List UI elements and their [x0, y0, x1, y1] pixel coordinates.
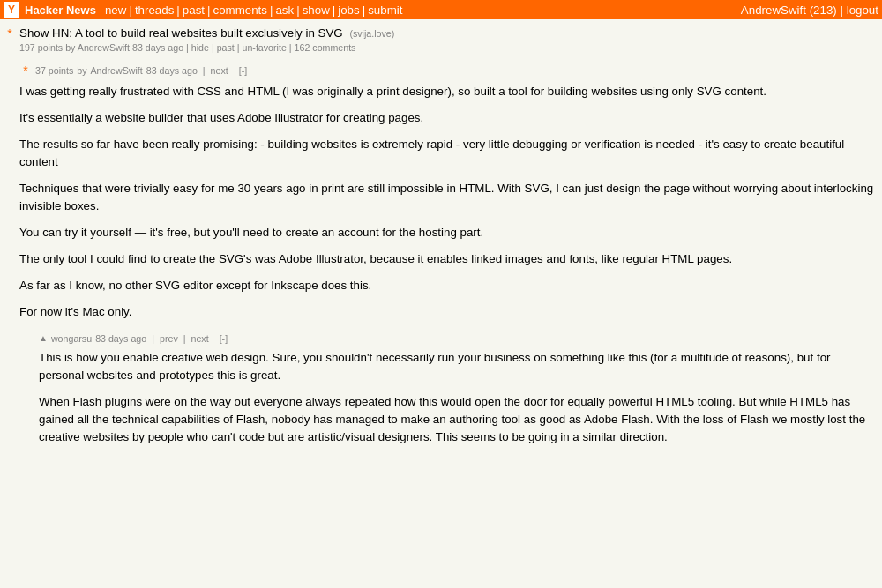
top-comment-sep1: | [203, 65, 206, 76]
user-karma: 213 [813, 4, 833, 17]
user-info: AndrewSwift (213) | logout [741, 4, 878, 17]
story-author[interactable]: AndrewSwift [78, 42, 130, 53]
nav-ask[interactable]: ask [275, 4, 294, 17]
site-title[interactable]: Hacker News [25, 4, 96, 17]
hn-logo[interactable]: Y [4, 2, 19, 18]
nested-comment-sep2: | [183, 333, 186, 344]
top-comment-time: 83 days ago [146, 65, 198, 76]
nav-jobs[interactable]: jobs [338, 4, 359, 17]
top-comment-text: I was getting really frustrated with CSS… [19, 83, 878, 321]
nav-sep-6: | [333, 4, 335, 17]
nested-comment-p1: This is how you enable creative web desi… [39, 349, 878, 384]
story-unfavorite[interactable]: un-favorite [243, 42, 287, 53]
nav-comments[interactable]: comments [213, 4, 266, 17]
top-comment-next[interactable]: next [211, 65, 228, 76]
nested-comment-toggle[interactable]: [-] [220, 333, 228, 344]
nav-threads[interactable]: threads [135, 4, 174, 17]
top-comment-p4: Techniques that were trivially easy for … [19, 180, 878, 215]
main-content: * Show HN: A tool to build real websites… [0, 19, 882, 453]
story-time-val: 83 days ago [132, 42, 183, 53]
nested-comment-time: 83 days ago [95, 333, 146, 344]
top-comment-meta: * 37 points by AndrewSwift 83 days ago |… [19, 63, 878, 78]
story-domain: (svija.love) [349, 28, 394, 39]
nav-sep-2: | [176, 4, 179, 17]
nested-comment-sep1: | [152, 333, 154, 344]
nested-comment-text: This is how you enable creative web desi… [39, 349, 878, 446]
story-past[interactable]: past [217, 42, 235, 53]
top-comment-p1: I was getting really frustrated with CSS… [19, 83, 878, 100]
nested-comment-meta: ▲ wongarsu 83 days ago | prev | next [-] [39, 333, 878, 344]
top-comment-p2: It's essentially a website builder that … [19, 109, 878, 127]
top-comment: * 37 points by AndrewSwift 83 days ago |… [19, 63, 878, 321]
header-sep: | [841, 4, 847, 17]
story-title-link[interactable]: Show HN: A tool to build real websites b… [19, 26, 343, 40]
nav-new[interactable]: new [105, 4, 126, 17]
story-meta: 197 points by AndrewSwift 83 days ago | … [19, 42, 878, 53]
top-comment-author[interactable]: AndrewSwift [91, 65, 143, 76]
story-row: * Show HN: A tool to build real websites… [4, 26, 878, 41]
username: AndrewSwift [741, 4, 806, 17]
nav-sep-5: | [296, 4, 299, 17]
top-comment-p6: The only tool I could find to create the… [19, 250, 878, 268]
top-comment-p8: For now it's Mac only. [19, 303, 878, 321]
nav-links: new | threads | past | comments | ask | … [105, 4, 402, 17]
story-comments-link[interactable]: 162 comments [295, 42, 356, 53]
nav-submit[interactable]: submit [368, 4, 402, 17]
logout-link[interactable]: logout [847, 4, 878, 17]
story-points: 197 points [19, 42, 63, 53]
nested-comment: ▲ wongarsu 83 days ago | prev | next [-]… [39, 333, 878, 446]
story-hide[interactable]: hide [191, 42, 209, 53]
top-comment-p7: As far as I know, no other SVG editor ex… [19, 277, 878, 294]
top-comment-p5: You can try it yourself — it's free, but… [19, 224, 878, 242]
nested-vote-icon[interactable]: ▲ [39, 333, 48, 343]
nested-comment-author[interactable]: wongarsu [51, 333, 92, 344]
header: Y Hacker News new | threads | past | com… [0, 0, 882, 19]
top-comment-p3: The results so far have been really prom… [19, 136, 878, 171]
top-comment-vote[interactable]: * [19, 63, 32, 78]
hn-logo-text: Y [8, 4, 15, 16]
nav-sep-7: | [363, 4, 365, 17]
username-link[interactable]: AndrewSwift (213) [741, 4, 841, 17]
nested-comment-prev[interactable]: prev [160, 333, 178, 344]
nav-sep-3: | [207, 4, 210, 17]
top-comment-toggle[interactable]: [-] [239, 65, 247, 76]
nav-sep-4: | [270, 4, 273, 17]
nested-comment-p2: When Flash plugins were on the way out e… [39, 393, 878, 446]
nav-sep-1: | [129, 4, 131, 17]
top-comment-points: 37 points [35, 65, 73, 76]
nav-past[interactable]: past [183, 4, 205, 17]
nested-comment-next[interactable]: next [191, 333, 209, 344]
story-by: by [65, 42, 78, 53]
nav-show[interactable]: show [303, 4, 330, 17]
story-vote-star[interactable]: * [4, 26, 16, 41]
top-comment-by: by [77, 65, 86, 76]
story-title: Show HN: A tool to build real websites b… [19, 26, 394, 40]
